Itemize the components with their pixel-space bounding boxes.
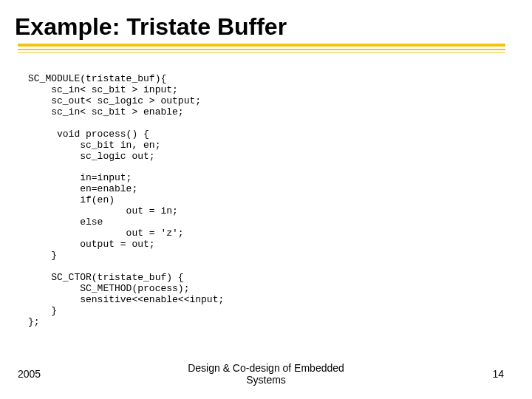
slide-title: Example: Tristate Buffer: [13, 13, 511, 41]
underline-bar-1: [18, 44, 505, 47]
footer-caption-line2: Systems: [246, 374, 286, 386]
footer-caption-line1: Design & Co-design of Embedded: [188, 362, 344, 374]
slide: Example: Tristate Buffer SC_MODULE(trist…: [0, 0, 532, 399]
code-block: SC_MODULE(tristate_buf){ sc_in< sc_bit >…: [28, 74, 511, 328]
underline-bar-2: [18, 49, 505, 50]
footer-caption: Design & Co-design of Embedded Systems: [0, 362, 532, 386]
page-number: 14: [492, 368, 504, 380]
title-underline: [18, 44, 505, 53]
underline-bar-3: [18, 52, 505, 53]
